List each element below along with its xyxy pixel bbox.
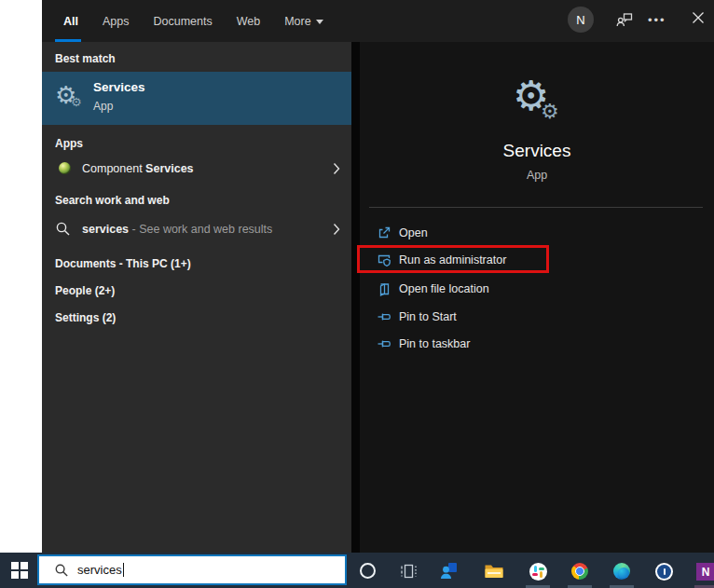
result-label: Component Services [82,162,194,175]
slack-icon[interactable] [529,563,547,581]
filter-tabs: All Apps Documents Web More [63,0,323,42]
tab-more[interactable]: More [284,15,323,28]
tab-web[interactable]: Web [237,15,260,28]
chrome-icon[interactable] [571,563,588,580]
group-header-settings[interactable]: Settings (2) [55,311,116,324]
panel-separator [351,42,360,553]
pin-icon [377,309,391,324]
tab-documents[interactable]: Documents [153,15,212,28]
result-label: services - See work and web results [82,223,272,236]
chevron-right-icon[interactable] [333,223,340,235]
services-gear-icon-large: ⚙⚙ [513,75,569,131]
highlight-box-run-as-administrator [357,245,549,273]
user-avatar[interactable]: N [568,7,594,33]
group-header-documents[interactable]: Documents - This PC (1+) [55,257,191,270]
preview-app-title: Services [360,141,714,161]
group-header-people[interactable]: People (2+) [55,284,115,297]
file-explorer-icon[interactable] [485,564,503,579]
chevron-down-icon [316,20,323,24]
result-web-search[interactable]: services - See work and web results [42,213,351,244]
people-icon[interactable] [440,562,458,580]
1password-icon[interactable] [655,563,673,581]
text-cursor [123,563,125,577]
cortana-icon[interactable] [360,563,376,579]
close-icon[interactable] [692,11,705,24]
start-button[interactable] [0,553,39,588]
onenote-icon[interactable]: N [696,563,714,581]
best-match-result-services[interactable]: ⚙⚙ Services App [42,72,351,125]
action-pin-to-start[interactable]: Pin to Start [360,303,714,331]
divider [369,207,703,208]
best-match-title: Services [93,80,145,94]
tab-apps[interactable]: Apps [103,15,130,28]
open-icon [377,226,391,240]
taskbar-search-box[interactable]: services [37,554,347,585]
windows-logo-icon [11,562,28,579]
apps-section-header: Apps [55,137,83,150]
preview-app-subtitle: App [360,169,714,182]
result-component-services[interactable]: Component Services [42,155,351,183]
action-open[interactable]: Open [360,219,714,247]
tab-all[interactable]: All [63,15,78,28]
search-results-panel: Best match ⚙⚙ Services App Apps Componen… [42,42,351,553]
feedback-icon[interactable] [616,11,634,29]
services-gear-icon: ⚙⚙ [55,81,87,115]
best-match-subtitle: App [93,100,113,113]
chevron-right-icon[interactable] [333,163,340,175]
component-services-icon [59,162,71,174]
pin-icon [377,336,391,351]
action-pin-to-taskbar[interactable]: Pin to taskbar [360,330,714,358]
task-view-icon[interactable] [400,564,418,579]
edge-icon[interactable] [613,563,630,580]
search-web-section-header: Search work and web [55,194,170,207]
preview-panel: ⚙⚙ Services App Open Run as administrato… [360,42,714,553]
best-match-header: Best match [55,52,116,65]
search-icon [55,221,71,237]
taskbar: services [0,553,714,588]
windows-search-flyout: All Apps Documents Web More N ••• [42,0,714,553]
search-filter-bar: All Apps Documents Web More N ••• [42,0,714,42]
search-input-value: services [77,563,122,577]
file-location-icon [377,281,391,296]
action-open-file-location[interactable]: Open file location [360,275,714,303]
more-options-icon[interactable]: ••• [648,13,666,27]
search-icon [54,563,69,578]
